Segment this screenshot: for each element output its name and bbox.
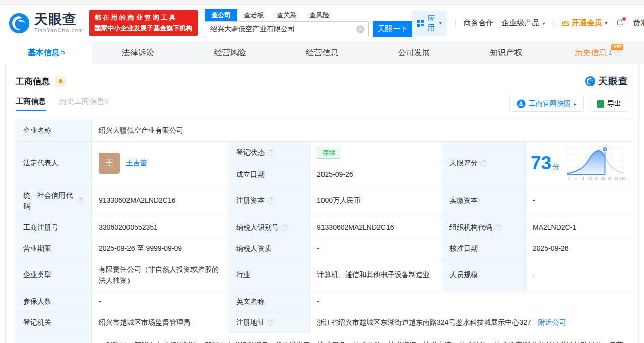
- help-icon[interactable]: ?: [77, 197, 84, 204]
- nav-business-cooperation[interactable]: 商务合作: [463, 18, 493, 28]
- tab-history-info[interactable]: VIP 历史信息 1 ?: [552, 41, 644, 64]
- search-tabs: 查公司 查老板 查关系 查风险: [205, 9, 412, 21]
- business-info-table: 企业名称 绍兴大疆低空产业有限公司 法定代表人 王 王吉蕾 登记状态? 存续 天…: [16, 120, 633, 343]
- section-title: 工商信息: [16, 76, 50, 87]
- stamp-icon: [517, 99, 526, 108]
- top-strip: [0, 0, 644, 5]
- svg-text:99: 99: [615, 177, 619, 180]
- field-label: 核准日期: [442, 238, 526, 259]
- monitor-bell-button[interactable]: [55, 76, 66, 87]
- tab-operating-risk[interactable]: 经营风险: [184, 41, 276, 64]
- divider: [455, 19, 456, 27]
- svg-text:100: 100: [620, 177, 626, 180]
- tab-intellectual-property[interactable]: 知识产权: [460, 41, 552, 64]
- reg-number-value: 330602000552351: [92, 217, 229, 238]
- tab-basic-info[interactable]: 基本信息 5: [0, 41, 92, 64]
- business-term-value: 2025-09-26 至 9999-09-09: [92, 238, 229, 259]
- apps-menu[interactable]: 应用 ▾: [412, 11, 447, 36]
- svg-text:15: 15: [588, 177, 592, 180]
- field-label: 实缴资本: [442, 185, 526, 217]
- search-area: 查公司 查老板 查关系 查风险 × 天眼一下: [205, 9, 412, 37]
- score-distribution-chart: 0 1 3 15 50 85 97 99 100: [566, 145, 627, 181]
- industry-value: 计算机、通信和其他电子设备制造业: [310, 259, 442, 291]
- search-tab-boss[interactable]: 查老板: [237, 9, 270, 21]
- official-snapshot-button[interactable]: 工商官网快照 ▸: [509, 96, 584, 112]
- site-logo[interactable]: 天眼查 TianYanCha.com: [8, 12, 83, 34]
- search-tab-company[interactable]: 查公司: [205, 9, 237, 21]
- field-label: 纳税人资质: [229, 238, 310, 259]
- avatar[interactable]: 王: [99, 153, 120, 174]
- logo-domain: TianYanCha.com: [34, 28, 83, 33]
- svg-text:3: 3: [582, 177, 584, 180]
- svg-text:50: 50: [595, 177, 599, 180]
- approval-date-value: 2025-09-26: [526, 238, 633, 259]
- help-icon[interactable]: ?: [494, 224, 501, 231]
- tianyancha-logo-icon: [585, 76, 596, 87]
- field-label: 纳税人识别号?: [229, 217, 310, 238]
- arrow-right-icon: ▸: [574, 101, 576, 107]
- reg-authority-value: 绍兴市越城区市场监督管理局: [92, 312, 229, 333]
- legal-rep-link[interactable]: 王吉蕾: [126, 158, 147, 168]
- business-info-card: 工商信息 天眼查 工商信息 历史工商信息0: [5, 64, 639, 343]
- reg-status-cell: 存续: [310, 142, 442, 164]
- help-icon[interactable]: ?: [267, 149, 274, 156]
- top-nav: 应用 ▾ 商务合作 企业级产品 ▾ 开通会员 ▾ 费米 ▾: [412, 11, 644, 36]
- clear-icon[interactable]: ×: [356, 25, 364, 33]
- chevron-down-icon: ▾: [543, 21, 545, 26]
- export-button[interactable]: 导出: [590, 96, 628, 112]
- help-icon[interactable]: ?: [480, 160, 487, 167]
- field-label: 经营范围?: [16, 333, 92, 343]
- score-cell: 73分: [526, 142, 633, 185]
- field-label: 注册资本?: [229, 185, 310, 217]
- table-row: 参保人数 - 英文名称 -: [16, 291, 633, 312]
- logo-title: 天眼查: [34, 13, 83, 26]
- tab-legal-proceedings[interactable]: 法律诉讼: [92, 41, 184, 64]
- help-icon[interactable]: ?: [614, 49, 621, 56]
- field-label: 成立日期: [229, 164, 310, 185]
- tab-business-info[interactable]: 经营信息: [276, 41, 368, 64]
- field-label: 登记机关: [16, 312, 92, 333]
- crown-icon: [561, 20, 569, 27]
- help-icon[interactable]: ?: [267, 197, 274, 204]
- site-header: 天眼查 TianYanCha.com 都在用的商业查询工具 国家中小企业发展子基…: [0, 5, 644, 41]
- user-menu[interactable]: 费米 ▾: [632, 18, 644, 28]
- search-button[interactable]: 天眼一下: [373, 21, 412, 37]
- company-name-value: 绍兴大疆低空产业有限公司: [92, 120, 633, 142]
- help-icon[interactable]: ?: [267, 319, 274, 326]
- establish-date-value: 2025-09-26: [310, 164, 442, 185]
- search-tab-risk[interactable]: 查风险: [303, 9, 336, 21]
- field-label: 组织机构代码?: [442, 217, 526, 238]
- help-icon[interactable]: ?: [281, 224, 288, 231]
- tab-company-development[interactable]: 公司发展: [368, 41, 460, 64]
- business-scope-value: 一般项目：智能无人飞行器制造；智能无人飞行器销售；货物进出口；技术服务、技术开发…: [92, 333, 633, 343]
- field-label: 参保人数: [16, 291, 92, 312]
- field-label: 英文名称: [229, 291, 310, 312]
- table-row: 营业期限 2025-09-26 至 9999-09-09 纳税人资质 - 核准日…: [16, 238, 633, 259]
- subtab-history-registration[interactable]: 历史工商信息0: [59, 97, 108, 111]
- field-label: 企业类型: [16, 259, 92, 291]
- brand-slogan: 都在用的商业查询工具 国家中小企业发展子基金旗下机构: [89, 10, 198, 35]
- taxpayer-quality-value: -: [310, 238, 442, 259]
- table-row: 法定代表人 王 王吉蕾 登记状态? 存续 天眼评分? 73分: [16, 142, 633, 164]
- excel-icon: [597, 100, 604, 108]
- subtab-business-registration[interactable]: 工商信息: [16, 97, 46, 111]
- field-label: 注册地址?: [229, 312, 310, 333]
- nearby-companies-link[interactable]: 附近公司: [538, 318, 566, 326]
- table-row: 经营范围? 一般项目：智能无人飞行器制造；智能无人飞行器销售；货物进出口；技术服…: [16, 333, 633, 343]
- field-label: 行业: [229, 259, 310, 291]
- paid-capital-value: -: [526, 185, 633, 217]
- search-tab-relation[interactable]: 查关系: [270, 9, 303, 21]
- nav-enterprise-products[interactable]: 企业级产品 ▾: [501, 18, 545, 28]
- field-label: 营业期限: [16, 238, 92, 259]
- credit-code-value: 91330602MA2LND2C16: [92, 185, 229, 217]
- org-code-value: MA2LND2C-1: [526, 217, 633, 238]
- svg-text:85: 85: [602, 177, 606, 180]
- legal-rep-cell: 王 王吉蕾: [92, 142, 229, 185]
- staff-size-value: -: [526, 259, 633, 291]
- notifications-bell[interactable]: [615, 19, 624, 28]
- tianyancha-watermark: 天眼查: [585, 75, 628, 88]
- bell-icon: [57, 78, 64, 85]
- vip-membership-button[interactable]: 开通会员 ▾: [561, 18, 607, 28]
- tab-count-badge: 5: [61, 49, 65, 56]
- search-input[interactable]: [205, 21, 369, 37]
